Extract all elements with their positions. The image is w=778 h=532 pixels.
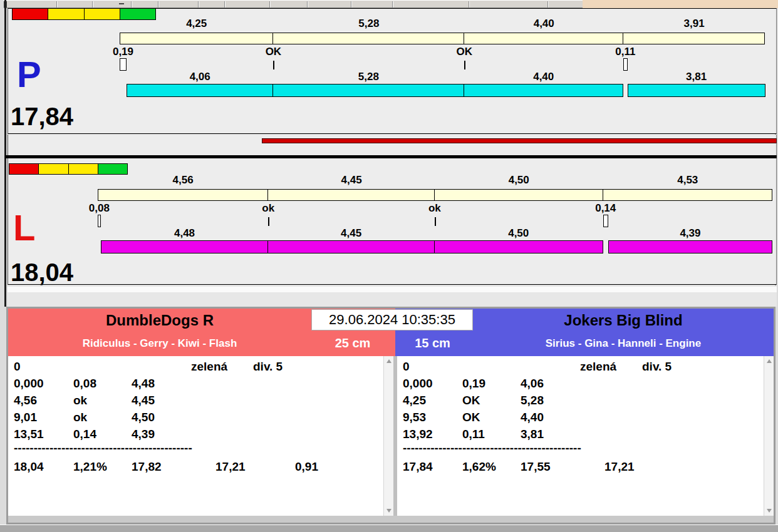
scoreboard: DumbleDogs R Ridiculus - Gerry - Kiwi - …	[6, 307, 775, 524]
lap-cell: 9,53	[403, 411, 426, 424]
left-log-scrollbar[interactable]	[383, 356, 393, 516]
split-segment	[98, 189, 268, 201]
exchange-ok-tick	[464, 61, 465, 69]
bottom-status-bar	[0, 524, 778, 532]
toolbar-separator	[392, 1, 393, 8]
split-time-label: 4,25	[172, 18, 222, 30]
top-window-strip	[4, 0, 583, 8]
chevron-up-icon[interactable]	[386, 359, 392, 363]
run-segment	[272, 84, 464, 97]
exchange-label: ok	[410, 202, 460, 215]
info-cell: 0	[14, 360, 21, 374]
app-window: P 17,84 4,255,284,403,910,19OKOK0,114,06…	[0, 0, 778, 532]
lap-cell: 13,92	[403, 427, 433, 441]
exchange-gap-box	[623, 58, 627, 71]
run-time-label: 4,48	[160, 227, 210, 240]
run-segment	[628, 84, 765, 97]
chevron-up-icon[interactable]	[767, 359, 772, 363]
lap-cell: 4,50	[132, 411, 155, 424]
status-cell-green	[98, 164, 127, 174]
toolbar-separator	[269, 1, 271, 8]
status-cell-green	[120, 9, 155, 19]
window-left-edge	[4, 0, 6, 307]
left-run-log: 0zelenádiv. 50,0000,084,484,56ok4,459,01…	[8, 356, 393, 516]
run-time-label: 4,06	[175, 71, 225, 83]
toolbar-separator	[547, 1, 549, 8]
status-light-strip	[9, 163, 128, 175]
gap-strip	[8, 285, 777, 307]
toolbar-separator	[224, 1, 226, 8]
run-time-label: 4,40	[519, 71, 569, 83]
lap-cell: 0,19	[462, 377, 485, 391]
total-cell: 18,04	[14, 460, 44, 474]
exchange-gap-box	[120, 58, 127, 71]
total-cell: 0,91	[295, 460, 318, 474]
exchange-label: 0,14	[581, 202, 631, 215]
split-time-label: 3,91	[669, 18, 719, 30]
lap-cell: 0,14	[73, 427, 96, 441]
exchange-label: 0,08	[74, 202, 124, 215]
chevron-down-icon[interactable]	[386, 509, 392, 513]
info-cell: zelená	[191, 360, 227, 374]
horizontal-scroll-strip[interactable]	[8, 516, 774, 523]
status-cell-yellow	[69, 164, 98, 174]
lap-cell: 9,01	[14, 411, 37, 424]
lap-cell: 4,45	[132, 394, 155, 407]
run-segment	[267, 240, 435, 253]
run-time-label: 3,81	[672, 71, 722, 83]
run-time-label: 5,28	[343, 71, 393, 83]
split-segment	[267, 189, 435, 201]
exchange-label: OK	[439, 46, 489, 58]
run-time-label: 4,39	[665, 227, 715, 240]
lane-total-time: 17,84	[11, 104, 73, 129]
total-cell: 17,82	[132, 460, 162, 474]
lap-cell: 4,06	[521, 377, 544, 391]
toolbar-separator	[92, 1, 93, 8]
toolbar-separator	[351, 1, 352, 8]
run-segment	[127, 84, 273, 97]
run-segment	[608, 240, 772, 253]
lap-cell: 0,000	[403, 377, 433, 391]
lap-cell: 4,25	[403, 394, 426, 407]
exchange-ok-tick	[268, 217, 269, 226]
lap-cell: OK	[462, 411, 480, 424]
total-cell: 17,84	[403, 460, 433, 474]
split-time-label: 4,45	[326, 174, 376, 187]
top-tan-strip	[583, 0, 778, 8]
lap-cell: 5,28	[521, 394, 544, 407]
lap-cell: 4,40	[521, 411, 544, 424]
toolbar-separator	[307, 1, 308, 8]
lap-cell: 4,39	[132, 427, 155, 441]
total-cell: 17,21	[215, 460, 246, 474]
toolbar-separator	[56, 1, 58, 8]
info-cell: 0	[403, 360, 410, 374]
lap-cell: OK	[462, 394, 480, 407]
middle-strip	[8, 135, 777, 155]
status-cell-yellow	[85, 9, 120, 19]
middle-progress-bar	[262, 138, 777, 143]
lane-panel-p: P 17,84 4,255,284,403,910,19OKOK0,114,06…	[8, 8, 777, 134]
toolbar-separator	[158, 1, 159, 8]
lane-total-time: 18,04	[11, 260, 73, 285]
exchange-label: 0,19	[98, 46, 148, 58]
lap-cell: 4,48	[132, 377, 155, 391]
split-time-label: 4,56	[158, 174, 208, 187]
left-team-title: DumbleDogs R	[8, 312, 311, 329]
lane-letter: L	[13, 210, 35, 246]
exchange-label: ok	[243, 202, 293, 215]
split-segment	[464, 33, 623, 44]
exchange-gap-box	[603, 215, 608, 227]
status-cell-red	[13, 9, 48, 19]
lap-cell: 0,000	[14, 377, 44, 391]
split-segment	[603, 189, 772, 201]
right-log-scrollbar[interactable]	[764, 356, 774, 516]
exchange-ok-tick	[273, 61, 274, 69]
lap-cell: ok	[73, 394, 87, 407]
run-time-label: 4,45	[326, 227, 376, 240]
lap-cell: 4,56	[14, 394, 37, 407]
lap-cell: ok	[73, 411, 87, 424]
chevron-down-icon[interactable]	[767, 509, 772, 513]
split-segment	[434, 189, 603, 201]
run-segment	[101, 240, 268, 253]
status-cell-yellow	[39, 164, 68, 174]
